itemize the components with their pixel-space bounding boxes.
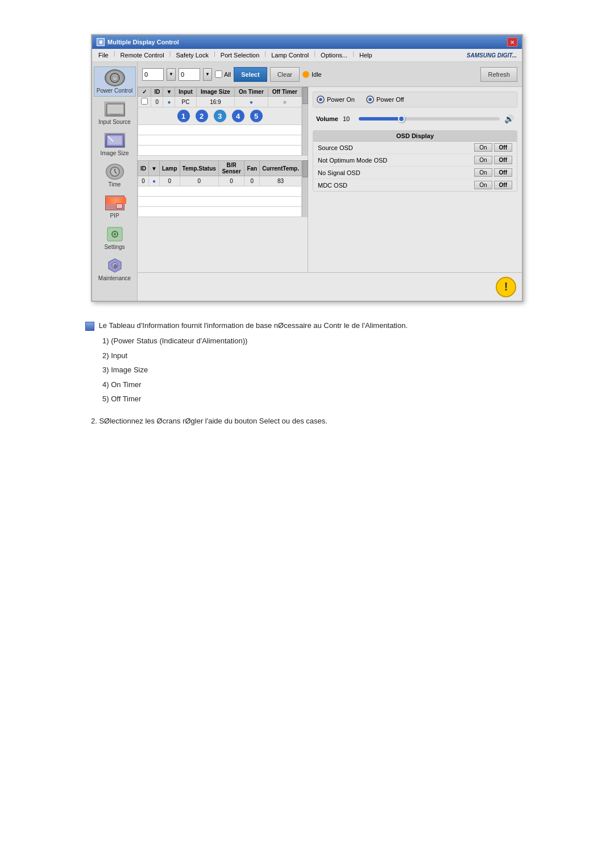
power-off-radio-group: Power Off xyxy=(366,95,404,103)
osd-no-signal-buttons: On Off xyxy=(474,168,512,177)
number-5: 5 xyxy=(250,110,263,122)
osd-title: OSD Display xyxy=(313,131,517,142)
window-body: Power Control Input Source xyxy=(92,62,522,301)
osd-row-not-optimum: Not Optimum Mode OSD On Off xyxy=(313,154,517,167)
osd-mdc-label: MDC OSD xyxy=(318,182,347,189)
volume-icon: 🔊 xyxy=(504,114,514,123)
sidebar-maintenance-label: Maintenance xyxy=(98,275,131,281)
menu-items: File | Remote Control | Safety Lock | Po… xyxy=(94,50,376,60)
status-idle: Idle xyxy=(302,71,322,78)
select-button[interactable]: Select xyxy=(234,67,267,82)
number-4: 4 xyxy=(232,110,244,122)
all-checkbox[interactable] xyxy=(215,70,222,78)
volume-thumb[interactable] xyxy=(398,115,405,122)
number-2: 2 xyxy=(196,110,208,122)
sidebar-image-size-label: Image Size xyxy=(100,150,128,156)
content-area: ✓ ID ▼ Input Image Size On Timer Off Tim… xyxy=(138,87,522,272)
power-section: Power On Power Off xyxy=(313,92,517,107)
osd-mdc-on[interactable]: On xyxy=(474,181,492,189)
menu-lamp-control[interactable]: Lamp Control xyxy=(267,50,313,60)
lower-col-fan: Fan xyxy=(244,161,260,176)
osd-source-label: Source OSD xyxy=(318,144,353,151)
input-source-icon xyxy=(105,101,125,118)
sidebar-item-input-source[interactable]: Input Source xyxy=(94,98,136,128)
table-numbers-row: 1 2 3 4 5 xyxy=(138,107,302,125)
sidebar: Power Control Input Source xyxy=(92,62,138,301)
svg-rect-5 xyxy=(111,114,120,115)
toolbar: ▼ ▼ All Select Clear Idle Refresh xyxy=(138,62,522,87)
sidebar-item-maintenance[interactable]: ⚙ Maintenance xyxy=(94,254,136,284)
osd-not-optimum-off[interactable]: Off xyxy=(494,156,512,164)
sidebar-item-time[interactable]: Time xyxy=(94,160,136,190)
all-label: All xyxy=(224,71,231,78)
row-checkbox[interactable] xyxy=(138,97,151,107)
warning-icon: ! xyxy=(496,277,516,297)
upper-table: ✓ ID ▼ Input Image Size On Timer Off Tim… xyxy=(138,87,302,156)
osd-source-buttons: On Off xyxy=(474,143,512,152)
svg-rect-4 xyxy=(107,105,123,114)
id-input-2[interactable] xyxy=(179,68,200,81)
power-on-radio-group: Power On xyxy=(317,95,355,103)
id-dropdown-arrow-1[interactable]: ▼ xyxy=(167,68,176,81)
power-on-radio[interactable] xyxy=(317,95,325,103)
osd-no-signal-label: No Signal OSD xyxy=(318,169,360,176)
col-on-timer: On Timer xyxy=(235,88,268,97)
id-dropdown-arrow-2[interactable]: ▼ xyxy=(203,68,212,81)
status-dot xyxy=(302,71,309,78)
row-dot: ● xyxy=(163,97,175,107)
col-image-size: Image Size xyxy=(196,88,234,97)
desc-item-4: 4) On Timer xyxy=(102,378,529,391)
close-button[interactable]: ✕ xyxy=(507,38,517,47)
osd-no-signal-off[interactable]: Off xyxy=(494,168,512,177)
sidebar-input-source-label: Input Source xyxy=(98,119,131,125)
osd-no-signal-on[interactable]: On xyxy=(474,168,492,177)
menu-safety-lock[interactable]: Safety Lock xyxy=(172,50,213,60)
row-off-timer: ○ xyxy=(268,97,301,107)
lower-row-temp-status: 0 xyxy=(180,176,218,186)
lower-row-br-sensor: 0 xyxy=(218,176,244,186)
volume-slider[interactable] xyxy=(359,117,500,121)
sidebar-item-power-control[interactable]: Power Control xyxy=(94,67,136,97)
id-input-1[interactable] xyxy=(142,68,164,81)
sidebar-item-settings[interactable]: Settings xyxy=(94,223,136,253)
sidebar-time-label: Time xyxy=(109,181,121,188)
refresh-button[interactable]: Refresh xyxy=(480,67,517,82)
row-image-size: 16:9 xyxy=(196,97,234,107)
lower-scrollbar[interactable] xyxy=(302,160,308,217)
power-off-label: Power Off xyxy=(376,96,404,103)
menu-options[interactable]: Options... xyxy=(317,50,351,60)
lower-row-id: 0 xyxy=(138,176,149,186)
svg-point-2 xyxy=(113,75,117,78)
description-main: Le Tableau d'Information fournit l'infor… xyxy=(85,319,529,332)
power-control-icon xyxy=(105,69,125,86)
osd-source-on[interactable]: On xyxy=(474,143,492,152)
menu-remote-control[interactable]: Remote Control xyxy=(117,50,168,60)
description: Le Tableau d'Information fournit l'infor… xyxy=(74,319,540,428)
lower-col-dropdown: ▼ xyxy=(149,161,160,176)
sidebar-settings-label: Settings xyxy=(104,244,125,250)
menu-file[interactable]: File xyxy=(94,50,113,60)
upper-scrollbar[interactable] xyxy=(302,87,308,156)
sidebar-power-control-label: Power Control xyxy=(97,88,132,94)
description-para2: 2. SØlectionnez les Øcrans rØgler l'aide… xyxy=(91,414,529,427)
lower-table-wrapper: ID ▼ Lamp Temp.Status B/R Senser Fan Cur… xyxy=(138,160,308,217)
osd-not-optimum-on[interactable]: On xyxy=(474,156,492,164)
lower-empty-3 xyxy=(138,207,302,217)
sidebar-item-pip[interactable]: PIP xyxy=(94,192,136,222)
title-bar-left: 🖥 Multiple Display Control xyxy=(97,38,179,46)
desc-item-1: 1) (Power Status (Indicateur d'Alimentat… xyxy=(102,334,529,347)
menu-port-selection[interactable]: Port Selection xyxy=(217,50,263,60)
menu-help[interactable]: Help xyxy=(355,50,376,60)
lower-row-dot: ● xyxy=(149,176,160,186)
lower-col-lamp: Lamp xyxy=(159,161,180,176)
row-on-timer: ● xyxy=(235,97,268,107)
clear-button[interactable]: Clear xyxy=(270,67,300,82)
desc-item-5: 5) Off Timer xyxy=(102,392,529,405)
power-off-radio[interactable] xyxy=(366,95,374,103)
sidebar-item-image-size[interactable]: Image Size xyxy=(94,129,136,159)
samsung-logo: SAMSUNG DIGIT... xyxy=(467,52,517,59)
lower-table: ID ▼ Lamp Temp.Status B/R Senser Fan Cur… xyxy=(138,160,302,217)
osd-mdc-off[interactable]: Off xyxy=(494,181,512,189)
osd-section: OSD Display Source OSD On Off Not Optimu… xyxy=(313,130,517,192)
osd-source-off[interactable]: Off xyxy=(494,143,512,152)
